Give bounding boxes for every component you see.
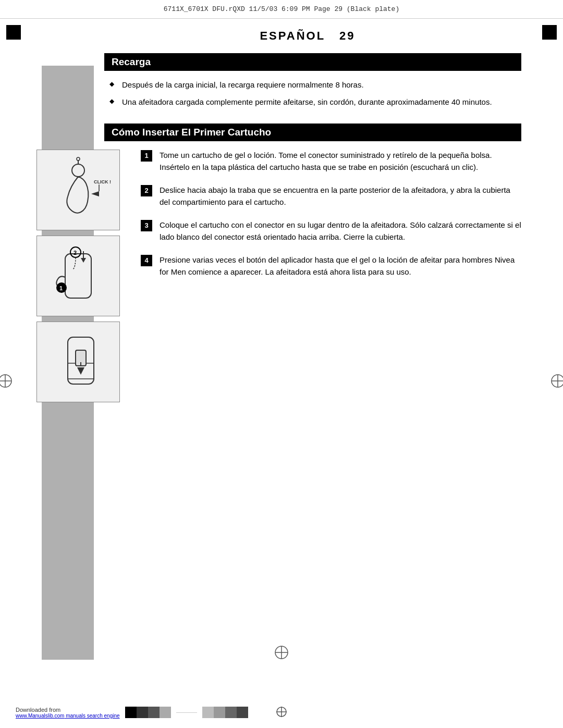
footer-divider [176, 712, 197, 713]
language-heading: ESPAÑOL 29 [104, 29, 521, 43]
footer-link[interactable]: www.Manualslib.com manuals search engine [16, 713, 120, 719]
cartucho-section: Cómo Insertar El Primer Cartucho [104, 124, 521, 402]
cartucho-title: Cómo Insertar El Primer Cartucho [104, 124, 521, 141]
footer-sq-gray4 [237, 707, 248, 718]
page-footer: Downloaded from www.Manualslib.com manua… [0, 697, 563, 728]
recarga-section: Recarga Después de la carga inicial, la … [104, 53, 521, 124]
footer-sq-gray3 [225, 707, 237, 718]
step-text-4: Presione varias veces el botón del aplic… [160, 254, 521, 278]
svg-marker-9 [91, 191, 99, 196]
recarga-bullets: Después de la carga inicial, la recarga … [104, 79, 521, 124]
page-header: 6711X_6701X DFU.rQXD 11/5/03 6:09 PM Pag… [0, 0, 563, 19]
downloaded-from-text: Downloaded from [16, 707, 120, 713]
recarga-bullet-2: Una afeitadora cargada complemente permi… [109, 96, 521, 108]
footer-color-squares [125, 707, 248, 718]
recarga-bullet-1: Después de la carga inicial, la recarga … [109, 79, 521, 91]
footer-sq-mid [148, 707, 160, 718]
step-number-1: 1 [141, 150, 152, 162]
footer-sq-gray2 [214, 707, 225, 718]
svg-rect-12 [65, 254, 91, 298]
step-text-2: Deslice hacia abajo la traba que se encu… [160, 184, 521, 208]
reg-mark-bottom [274, 645, 289, 662]
reg-mark-footer-center [275, 706, 288, 720]
steps-list: 1 Tome un cartucho de gel o loción. Tome… [141, 150, 521, 402]
images-column: CLICK ! [36, 150, 130, 402]
svg-text:1: 1 [59, 285, 63, 291]
footer-sq-black [125, 707, 137, 718]
svg-text:2: 2 [74, 250, 77, 256]
step-number-4: 4 [141, 255, 152, 266]
footer-downloaded-section: Downloaded from www.Manualslib.com manua… [16, 707, 120, 719]
step-text-3: Coloque el cartucho con el conector en s… [160, 219, 521, 243]
step-item-3: 3 Coloque el cartucho con el conector en… [141, 219, 521, 243]
header-text: 6711X_6701X DFU.rQXD 11/5/03 6:09 PM Pag… [164, 5, 399, 13]
step-item-1: 1 Tome un cartucho de gel o loción. Tome… [141, 150, 521, 173]
svg-point-6 [72, 164, 84, 177]
step-number-3: 3 [141, 220, 152, 231]
svg-marker-14 [81, 258, 86, 263]
step-item-4: 4 Presione varias veces el botón del apl… [141, 254, 521, 278]
svg-text:CLICK !: CLICK ! [94, 179, 111, 184]
step-image-2: 1 2 [36, 236, 120, 316]
footer-sq-light [160, 707, 171, 718]
step-text-1: Tome un cartucho de gel o loción. Tome e… [160, 150, 521, 173]
step-number-2: 2 [141, 185, 152, 196]
recarga-title: Recarga [104, 53, 521, 71]
step-image-3 [36, 322, 120, 402]
svg-marker-22 [77, 367, 84, 375]
step-image-1: CLICK ! [36, 150, 120, 230]
step-item-2: 2 Deslice hacia abajo la traba que se en… [141, 184, 521, 208]
footer-sq-dark [137, 707, 148, 718]
footer-sq-gray1 [202, 707, 214, 718]
steps-area: CLICK ! [104, 150, 521, 402]
